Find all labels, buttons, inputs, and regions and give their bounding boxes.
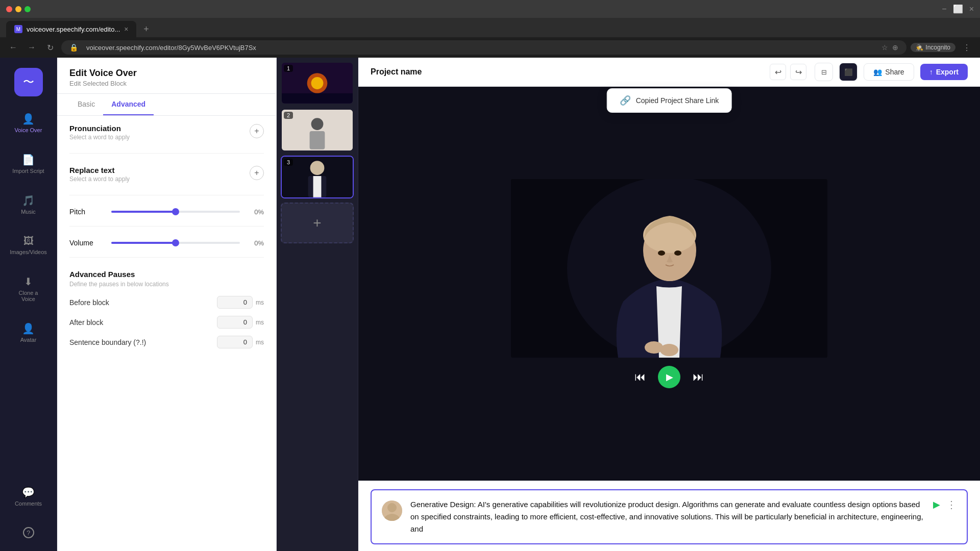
window-restore-btn[interactable]: ⬜ — [953, 4, 963, 14]
slide-add-btn[interactable]: + — [281, 203, 354, 243]
script-actions: ▶ ⋮ — [933, 498, 957, 511]
script-more-icon: ⋮ — [946, 499, 957, 510]
music-icon: 🎵 — [22, 194, 35, 207]
sentence-boundary-input[interactable]: 0 — [217, 336, 253, 348]
forward-btn[interactable]: → — [24, 40, 39, 55]
window-min-dot[interactable] — [15, 6, 21, 12]
script-play-btn[interactable]: ▶ — [933, 499, 940, 510]
slide-item-1[interactable]: 1 — [281, 62, 354, 105]
person-illustration — [511, 179, 827, 358]
after-block-input[interactable]: 0 — [217, 316, 253, 329]
sidebar-item-clone-voice[interactable]: ⬇ Clone a Voice — [8, 271, 49, 306]
sidebar-item-voice-over[interactable]: 👤 Voice Over — [8, 109, 49, 137]
sidebar-item-help[interactable]: ? — [8, 523, 49, 542]
script-block: Generative Design: AI's generative capab… — [371, 489, 968, 544]
extensions-icon[interactable]: ⊕ — [892, 43, 898, 52]
comments-icon: 💬 — [22, 486, 35, 498]
slide-item-3[interactable]: 3 — [281, 156, 354, 198]
script-more-btn[interactable]: ⋮ — [946, 498, 957, 511]
new-tab-btn[interactable]: + — [138, 21, 154, 37]
window-minimize-btn[interactable]: − — [942, 5, 946, 14]
before-block-input[interactable]: 0 — [217, 296, 253, 309]
tab-close-btn[interactable]: × — [124, 25, 128, 33]
help-icon: ? — [23, 527, 34, 538]
play-btn[interactable]: ▶ — [658, 366, 680, 388]
redo-btn[interactable]: ↪ — [790, 64, 806, 80]
svg-point-5 — [311, 118, 324, 130]
project-name[interactable]: Project name — [371, 67, 422, 77]
pitch-slider-thumb[interactable] — [172, 208, 179, 215]
sentence-boundary-input-group: 0 ms — [217, 336, 264, 348]
undo-btn[interactable]: ↩ — [770, 64, 786, 80]
pitch-label: Pitch — [69, 208, 105, 216]
logo-icon: 〜 — [23, 74, 34, 90]
after-block-row: After block 0 ms — [69, 316, 264, 329]
main-content: Project name ↩ ↪ ⊟ ⬛ 👥 Share ↑ E — [358, 58, 980, 551]
sidebar-item-import-script[interactable]: 📄 Import Script — [8, 149, 49, 178]
pronunciation-subtitle: Select a word to apply — [69, 134, 130, 141]
sentence-boundary-label: Sentence boundary (?.!) — [69, 338, 146, 346]
address-bar[interactable]: 🔒 voiceover.speechify.com/editor/8Gy5WvB… — [61, 40, 906, 55]
slide-item-2[interactable]: 2 — [281, 109, 354, 152]
svg-point-16 — [658, 251, 665, 256]
share-btn[interactable]: 👥 Share — [864, 63, 914, 81]
browser-chrome: − ⬜ × M voiceover.speechify.com/edito...… — [0, 0, 980, 58]
preview-btn[interactable]: ⬛ — [839, 63, 857, 81]
active-tab[interactable]: M voiceover.speechify.com/edito... × — [6, 21, 136, 37]
window-close-btn[interactable]: × — [969, 5, 974, 14]
sidebar-label-comments: Comments — [15, 500, 42, 507]
video-player — [511, 179, 827, 358]
slide-number-1: 1 — [284, 65, 293, 72]
window-max-dot[interactable] — [24, 6, 31, 12]
forward-btn[interactable]: ⏭ — [693, 370, 704, 384]
script-avatar — [382, 500, 402, 521]
replace-text-title: Replace text — [69, 166, 130, 174]
sidebar-item-comments[interactable]: 💬 Comments — [8, 482, 49, 511]
sidebar-item-avatar[interactable]: 👤 Avatar — [8, 318, 49, 347]
volume-slider-thumb[interactable] — [172, 239, 179, 246]
url-text: voiceover.speechify.com/editor/8Gy5WvBeV… — [86, 44, 256, 52]
video-area: ⏮ ▶ ⏭ — [358, 87, 980, 481]
back-btn[interactable]: ← — [6, 40, 20, 55]
pitch-slider-track — [111, 211, 240, 213]
tab-advanced[interactable]: Advanced — [103, 94, 154, 115]
menu-btn[interactable]: ⋮ — [960, 40, 974, 55]
before-block-label: Before block — [69, 298, 109, 307]
sidebar-label-voice-over: Voice Over — [15, 127, 42, 133]
script-text[interactable]: Generative Design: AI's generative capab… — [410, 498, 925, 535]
edit-panel-tabs: Basic Advanced — [57, 94, 276, 116]
svg-point-17 — [674, 251, 681, 256]
slide-number-3: 3 — [284, 159, 293, 166]
edit-panel-subtitle: Edit Selected Block — [69, 80, 264, 87]
export-btn[interactable]: ↑ Export — [920, 64, 968, 80]
sidebar-label-avatar: Avatar — [20, 337, 37, 343]
copied-toast-text: Copied Project Share Link — [636, 96, 719, 105]
clone-voice-icon: ⬇ — [24, 276, 33, 288]
tab-basic[interactable]: Basic — [69, 94, 103, 115]
edit-panel: Edit Voice Over Edit Selected Block Basi… — [57, 58, 277, 551]
replace-text-add-btn[interactable]: + — [250, 166, 264, 180]
brand-logo[interactable]: 〜 — [14, 68, 43, 96]
sidebar-item-music[interactable]: 🎵 Music — [8, 190, 49, 219]
layers-btn[interactable]: ⊟ — [815, 63, 833, 81]
browser-tabs: M voiceover.speechify.com/edito... × + — [0, 18, 980, 37]
layers-icon: ⊟ — [821, 68, 827, 76]
slide-add-icon: + — [313, 215, 321, 231]
window-close-dot[interactable] — [6, 6, 12, 12]
replace-text-subtitle: Select a word to apply — [69, 176, 130, 183]
images-videos-icon: 🖼 — [23, 235, 34, 247]
video-person — [511, 179, 827, 358]
brand-sidebar: 〜 👤 Voice Over 📄 Import Script 🎵 Music 🖼… — [0, 58, 57, 551]
preview-icon: ⬛ — [844, 68, 853, 76]
svg-point-2 — [311, 77, 324, 89]
pitch-slider-fill — [111, 211, 176, 213]
sidebar-item-images-videos[interactable]: 🖼 Images/Videos — [8, 231, 49, 259]
share-icon: 👥 — [873, 68, 882, 76]
forward-icon: ⏭ — [693, 370, 704, 383]
refresh-btn[interactable]: ↻ — [43, 40, 57, 55]
bookmark-icon[interactable]: ☆ — [881, 43, 888, 52]
pronunciation-add-btn[interactable]: + — [250, 124, 264, 138]
volume-label: Volume — [69, 239, 105, 247]
svg-rect-3 — [282, 93, 353, 104]
rewind-btn[interactable]: ⏮ — [634, 370, 646, 384]
